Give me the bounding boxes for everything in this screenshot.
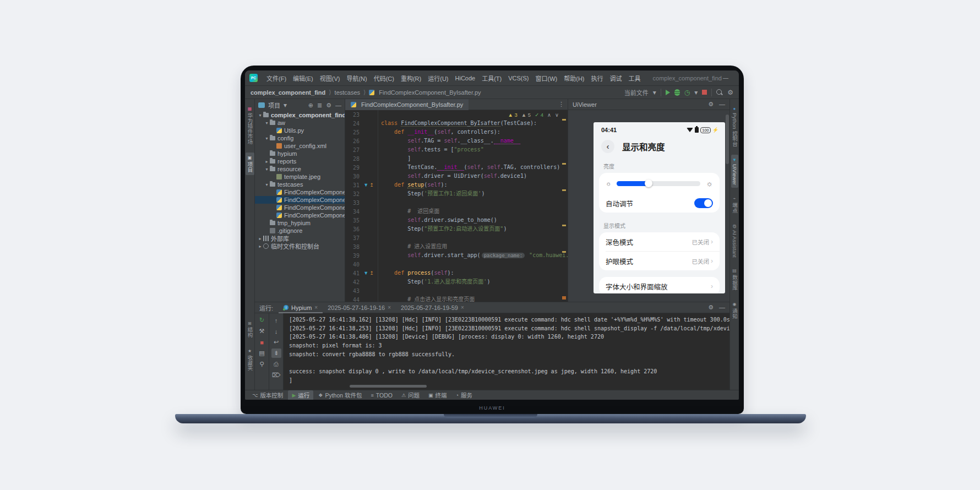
project-panel-title[interactable]: 项目 [268,101,280,110]
sidebar-item-AI Assistant[interactable]: @AI Assistant [731,221,738,260]
stop-icon[interactable]: ■ [257,337,267,347]
font-size-row[interactable]: 字体大小和界面缩放 › [599,277,720,293]
sidebar-item-Python 控制台[interactable]: ●Python 控制台 [730,104,739,149]
send-icon[interactable]: ⇟ [271,349,281,358]
tree-row[interactable]: FindComplexComponent_B [255,204,345,211]
tree-row[interactable]: tmp_hypium [255,219,345,227]
menubar-item[interactable]: 帮助(H) [560,74,587,83]
menubar-item[interactable]: 工具(T) [478,74,505,83]
sidebar-item-项目[interactable]: ▣项目 [246,153,254,175]
wrap-icon[interactable]: ↩ [271,337,281,347]
test-filter-icon[interactable]: ▼ [363,270,368,276]
menubar-item[interactable]: 文件(F) [263,74,290,83]
tree-row[interactable]: FindComplexComponent_B [255,196,345,204]
stop-button[interactable] [702,90,707,95]
close-icon[interactable]: × [461,304,464,311]
settings-gear-icon[interactable]: ⚙ [708,101,714,108]
settings-row[interactable]: 深色模式已关闭› [599,232,720,251]
close-icon[interactable]: × [388,304,391,311]
tree-row[interactable]: template.jpeg [255,173,345,181]
up-icon[interactable]: ↑ [271,315,281,325]
tree-row[interactable]: Utils.py [255,127,345,134]
sidebar-item-华为插件市场[interactable]: ▦华为插件市场 [246,104,254,147]
sidebar-item-数据库[interactable]: ▤数据库 [730,265,739,293]
layout-icon[interactable]: ▤ [257,349,267,358]
tree-row[interactable]: hypium [255,150,345,157]
console-log[interactable]: [2025-05-27 16:41:38,162] [13208] [Hdc] … [284,313,729,390]
run-button[interactable] [666,90,670,95]
chevron-down-icon[interactable]: ▾ [284,101,287,109]
tree-row[interactable]: user_config.xml [255,142,345,150]
menubar-item[interactable]: 运行(U) [424,74,451,83]
close-icon[interactable]: × [314,304,318,311]
auto-brightness-toggle[interactable] [694,198,713,208]
sidebar-item-结构[interactable]: ⊞结构 [246,319,254,340]
locate-file-icon[interactable]: ⊕ [308,102,313,109]
console-tab[interactable]: iHypium× [279,302,323,313]
tree-row[interactable]: ▾config [255,134,345,142]
settings-gear-icon[interactable]: ⚙ [708,304,714,311]
run-test-icon[interactable]: ↥ [369,182,374,188]
breadcrumb-item[interactable]: FindComplexComponent_ByIsafter.py [379,89,481,96]
breadcrumb-item[interactable]: testcases [335,89,360,96]
sidebar-item-收藏夹[interactable]: ★收藏夹 [246,346,254,374]
statusbar-item-terminal[interactable]: ▣终端 [424,390,451,400]
tree-row[interactable]: FindComplexComponent_B [255,211,345,219]
statusbar-item-run[interactable]: ▶运行 [288,390,313,400]
sidebar-item-UiViewer[interactable]: ▼UiViewer [731,155,738,188]
sidebar-item-端点[interactable]: ⌁端点 [730,193,739,216]
minimize-button[interactable]: — [723,75,728,81]
console-tab[interactable]: 2025-05-27-16-19-16× [323,302,396,313]
tree-row[interactable]: ▸临时文件和控制台 [255,242,345,250]
editor[interactable]: FindComplexComponent_ByIsafter.py ⋮ ▲ 3 … [345,99,568,302]
profiler-button[interactable]: ◷ [684,89,690,96]
run-test-icon[interactable]: ↥ [369,270,374,276]
settings-row[interactable]: 护眼模式已关闭› [599,252,720,270]
menubar-item[interactable]: HiCode [452,75,479,81]
tree-row[interactable]: FindComplexComponent_B [255,188,345,196]
statusbar-item-pypkg[interactable]: ❖Python 软件包 [314,390,366,400]
code-area[interactable]: ▲ 3 ▲ 5 ✓ 4 ∧∨ 2324class FindComplexComp… [345,110,568,302]
menubar-item[interactable]: 工具 [625,74,644,83]
tree-row[interactable]: ▾complex_component_findC:\U [255,111,345,119]
test-filter-icon[interactable]: ▼ [363,182,368,188]
menubar-item[interactable]: 窗口(W) [532,74,561,83]
hide-panel-icon[interactable]: — [719,304,725,311]
breadcrumb-item[interactable]: complex_component_find [251,89,325,96]
statusbar-item-service[interactable]: ◔服务 [452,390,476,400]
collapse-all-icon[interactable]: ≣ [317,102,322,109]
settings-gear-icon[interactable]: ⚙ [727,89,733,96]
trash-icon[interactable]: ⌦ [271,371,281,380]
pin-icon[interactable]: ⚲ [257,360,267,369]
inspection-widget[interactable]: ▲ 3 ▲ 5 ✓ 4 ∧∨ [508,112,559,118]
menubar-item[interactable]: 执行 [588,74,607,83]
print-icon[interactable]: ⎙ [271,360,281,369]
hide-panel-icon[interactable]: — [719,101,725,108]
menubar-item[interactable]: 编辑(E) [290,74,317,83]
wrench-icon[interactable]: ⚒ [257,326,267,336]
tree-row[interactable]: ▾testcases [255,181,345,188]
tree-row[interactable]: ▾aw [255,119,345,127]
hide-panel-icon[interactable]: — [335,102,341,109]
editor-tab[interactable]: FindComplexComponent_ByIsafter.py [345,99,469,110]
menubar-item[interactable]: 重构(R) [398,74,424,83]
search-icon[interactable] [716,89,723,96]
tab-options-kebab-icon[interactable]: ⋮ [555,101,568,108]
menubar-item[interactable]: 视图(V) [317,74,344,83]
rerun-icon[interactable]: ↻ [257,315,267,325]
tree-row[interactable]: ▸reports [255,157,345,165]
phone-screenshot[interactable]: 04:41 100 ⚡ [594,122,725,293]
console-tab[interactable]: 2025-05-27-16-19-59× [396,302,469,313]
sidebar-item-通知[interactable]: ◉通知 [730,299,739,322]
menubar-item[interactable]: 调试 [607,74,625,83]
brightness-slider[interactable] [617,181,700,186]
tree-row[interactable]: ▸外部库 [255,235,345,242]
menubar-item[interactable]: VCS(S) [505,75,532,81]
settings-gear-icon[interactable]: ⚙ [326,102,331,109]
scrollbar-thumb[interactable] [726,115,729,164]
statusbar-item-todo[interactable]: ≡TODO [367,390,396,400]
statusbar-item-problem[interactable]: ⚠问题 [398,390,423,400]
statusbar-item-branch[interactable]: ⌥版本控制 [248,390,287,400]
back-button[interactable]: ‹ [601,140,614,153]
down-icon[interactable]: ↓ [271,326,281,336]
